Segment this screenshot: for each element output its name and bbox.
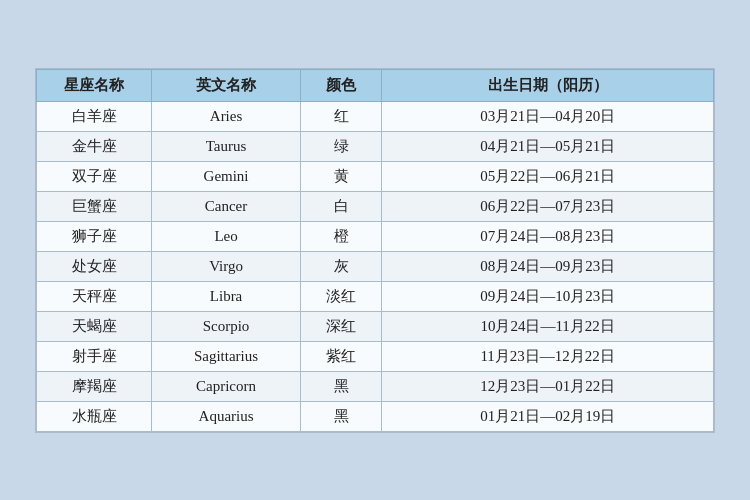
table-cell-4-0: 狮子座 [37,221,152,251]
table-cell-6-2: 淡红 [301,281,382,311]
table-row: 金牛座Taurus绿04月21日—05月21日 [37,131,714,161]
table-cell-8-3: 11月23日—12月22日 [382,341,714,371]
zodiac-table-container: 星座名称 英文名称 颜色 出生日期（阳历） 白羊座Aries红03月21日—04… [35,68,715,433]
table-cell-0-2: 红 [301,101,382,131]
table-cell-2-2: 黄 [301,161,382,191]
header-date: 出生日期（阳历） [382,69,714,101]
table-row: 狮子座Leo橙07月24日—08月23日 [37,221,714,251]
table-cell-10-1: Aquarius [152,401,301,431]
table-cell-3-3: 06月22日—07月23日 [382,191,714,221]
table-cell-7-0: 天蝎座 [37,311,152,341]
table-cell-9-3: 12月23日—01月22日 [382,371,714,401]
table-cell-1-2: 绿 [301,131,382,161]
table-cell-2-1: Gemini [152,161,301,191]
table-cell-8-0: 射手座 [37,341,152,371]
table-cell-6-1: Libra [152,281,301,311]
table-cell-3-1: Cancer [152,191,301,221]
table-row: 巨蟹座Cancer白06月22日—07月23日 [37,191,714,221]
table-row: 白羊座Aries红03月21日—04月20日 [37,101,714,131]
table-cell-4-2: 橙 [301,221,382,251]
table-cell-6-3: 09月24日—10月23日 [382,281,714,311]
table-cell-0-0: 白羊座 [37,101,152,131]
table-row: 双子座Gemini黄05月22日—06月21日 [37,161,714,191]
table-cell-1-0: 金牛座 [37,131,152,161]
table-cell-7-2: 深红 [301,311,382,341]
header-en: 英文名称 [152,69,301,101]
table-cell-1-1: Taurus [152,131,301,161]
table-cell-0-3: 03月21日—04月20日 [382,101,714,131]
table-cell-7-1: Scorpio [152,311,301,341]
table-cell-5-3: 08月24日—09月23日 [382,251,714,281]
table-body: 白羊座Aries红03月21日—04月20日金牛座Taurus绿04月21日—0… [37,101,714,431]
table-cell-10-0: 水瓶座 [37,401,152,431]
table-cell-4-1: Leo [152,221,301,251]
table-cell-10-3: 01月21日—02月19日 [382,401,714,431]
table-cell-7-3: 10月24日—11月22日 [382,311,714,341]
table-cell-2-0: 双子座 [37,161,152,191]
table-cell-10-2: 黑 [301,401,382,431]
zodiac-table: 星座名称 英文名称 颜色 出生日期（阳历） 白羊座Aries红03月21日—04… [36,69,714,432]
table-row: 摩羯座Capricorn黑12月23日—01月22日 [37,371,714,401]
table-header-row: 星座名称 英文名称 颜色 出生日期（阳历） [37,69,714,101]
table-cell-5-1: Virgo [152,251,301,281]
table-cell-0-1: Aries [152,101,301,131]
table-cell-1-3: 04月21日—05月21日 [382,131,714,161]
table-row: 天蝎座Scorpio深红10月24日—11月22日 [37,311,714,341]
table-row: 天秤座Libra淡红09月24日—10月23日 [37,281,714,311]
table-cell-9-0: 摩羯座 [37,371,152,401]
table-cell-9-2: 黑 [301,371,382,401]
table-cell-3-2: 白 [301,191,382,221]
table-cell-3-0: 巨蟹座 [37,191,152,221]
table-cell-2-3: 05月22日—06月21日 [382,161,714,191]
header-zh: 星座名称 [37,69,152,101]
table-cell-4-3: 07月24日—08月23日 [382,221,714,251]
table-row: 处女座Virgo灰08月24日—09月23日 [37,251,714,281]
table-cell-8-1: Sagittarius [152,341,301,371]
table-cell-9-1: Capricorn [152,371,301,401]
header-color: 颜色 [301,69,382,101]
table-row: 射手座Sagittarius紫红11月23日—12月22日 [37,341,714,371]
table-cell-5-0: 处女座 [37,251,152,281]
table-cell-5-2: 灰 [301,251,382,281]
table-cell-8-2: 紫红 [301,341,382,371]
table-row: 水瓶座Aquarius黑01月21日—02月19日 [37,401,714,431]
table-cell-6-0: 天秤座 [37,281,152,311]
